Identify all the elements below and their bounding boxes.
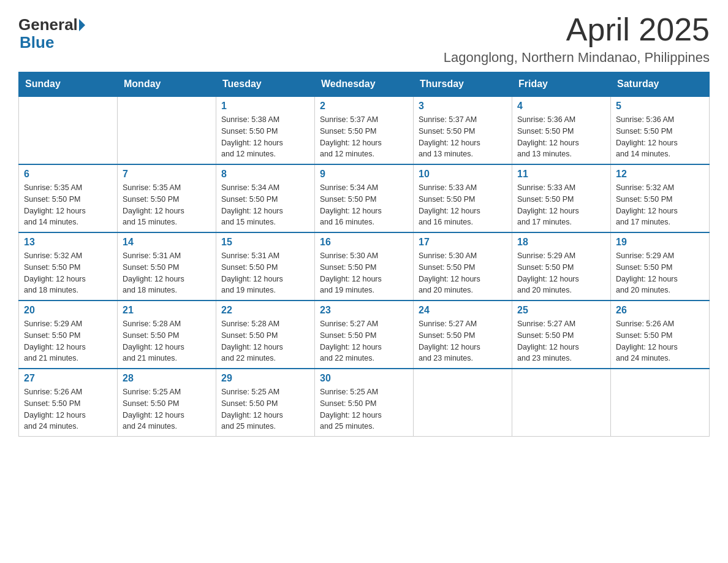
day-info: Sunrise: 5:33 AMSunset: 5:50 PMDaylight:… bbox=[419, 182, 507, 228]
week-row-1: 1Sunrise: 5:38 AMSunset: 5:50 PMDaylight… bbox=[19, 96, 710, 164]
calendar-cell: 7Sunrise: 5:35 AMSunset: 5:50 PMDaylight… bbox=[118, 164, 216, 232]
month-title: April 2025 bbox=[444, 12, 710, 47]
day-number: 11 bbox=[517, 169, 605, 180]
day-info: Sunrise: 5:29 AMSunset: 5:50 PMDaylight:… bbox=[616, 250, 704, 296]
calendar-cell: 24Sunrise: 5:27 AMSunset: 5:50 PMDayligh… bbox=[414, 301, 512, 369]
day-number: 19 bbox=[616, 237, 704, 248]
calendar-header-wednesday: Wednesday bbox=[315, 72, 414, 97]
day-info: Sunrise: 5:34 AMSunset: 5:50 PMDaylight:… bbox=[221, 182, 309, 228]
logo-blue-part bbox=[78, 19, 85, 31]
day-number: 26 bbox=[616, 305, 704, 316]
calendar-cell: 9Sunrise: 5:34 AMSunset: 5:50 PMDaylight… bbox=[315, 164, 414, 232]
day-number: 5 bbox=[616, 101, 704, 112]
day-info: Sunrise: 5:37 AMSunset: 5:50 PMDaylight:… bbox=[419, 114, 507, 160]
day-info: Sunrise: 5:35 AMSunset: 5:50 PMDaylight:… bbox=[24, 182, 112, 228]
calendar-header-tuesday: Tuesday bbox=[216, 72, 315, 97]
calendar-table: SundayMondayTuesdayWednesdayThursdayFrid… bbox=[18, 72, 710, 437]
calendar-cell: 13Sunrise: 5:32 AMSunset: 5:50 PMDayligh… bbox=[19, 232, 118, 301]
day-info: Sunrise: 5:36 AMSunset: 5:50 PMDaylight:… bbox=[616, 114, 704, 160]
location-title: Lagonglong, Northern Mindanao, Philippin… bbox=[444, 50, 710, 66]
calendar-cell: 18Sunrise: 5:29 AMSunset: 5:50 PMDayligh… bbox=[512, 232, 611, 301]
calendar-cell: 10Sunrise: 5:33 AMSunset: 5:50 PMDayligh… bbox=[414, 164, 512, 232]
logo-triangle-icon bbox=[79, 19, 85, 31]
day-number: 22 bbox=[221, 305, 309, 316]
day-info: Sunrise: 5:25 AMSunset: 5:50 PMDaylight:… bbox=[221, 386, 309, 432]
day-number: 30 bbox=[320, 373, 408, 384]
calendar-cell: 27Sunrise: 5:26 AMSunset: 5:50 PMDayligh… bbox=[19, 369, 118, 437]
day-number: 27 bbox=[24, 373, 112, 384]
calendar-cell bbox=[512, 369, 611, 437]
calendar-cell: 30Sunrise: 5:25 AMSunset: 5:50 PMDayligh… bbox=[315, 369, 414, 437]
calendar-header-monday: Monday bbox=[118, 72, 216, 97]
calendar-cell: 28Sunrise: 5:25 AMSunset: 5:50 PMDayligh… bbox=[118, 369, 216, 437]
day-info: Sunrise: 5:27 AMSunset: 5:50 PMDaylight:… bbox=[320, 318, 408, 364]
day-info: Sunrise: 5:26 AMSunset: 5:50 PMDaylight:… bbox=[616, 318, 704, 364]
calendar-cell: 11Sunrise: 5:33 AMSunset: 5:50 PMDayligh… bbox=[512, 164, 611, 232]
day-number: 1 bbox=[221, 101, 309, 112]
calendar-cell: 23Sunrise: 5:27 AMSunset: 5:50 PMDayligh… bbox=[315, 301, 414, 369]
day-info: Sunrise: 5:28 AMSunset: 5:50 PMDaylight:… bbox=[123, 318, 211, 364]
calendar-header-friday: Friday bbox=[512, 72, 611, 97]
header: General Blue April 2025 Lagonglong, Nort… bbox=[18, 12, 710, 66]
day-number: 28 bbox=[123, 373, 211, 384]
day-info: Sunrise: 5:33 AMSunset: 5:50 PMDaylight:… bbox=[517, 182, 605, 228]
day-info: Sunrise: 5:34 AMSunset: 5:50 PMDaylight:… bbox=[320, 182, 408, 228]
day-number: 2 bbox=[320, 101, 408, 112]
logo-area: General Blue bbox=[18, 12, 85, 52]
day-number: 3 bbox=[419, 101, 507, 112]
day-number: 7 bbox=[123, 169, 211, 180]
calendar-cell bbox=[414, 369, 512, 437]
day-info: Sunrise: 5:35 AMSunset: 5:50 PMDaylight:… bbox=[123, 182, 211, 228]
day-number: 20 bbox=[24, 305, 112, 316]
calendar-cell: 5Sunrise: 5:36 AMSunset: 5:50 PMDaylight… bbox=[611, 96, 710, 164]
day-number: 25 bbox=[517, 305, 605, 316]
day-number: 21 bbox=[123, 305, 211, 316]
day-number: 16 bbox=[320, 237, 408, 248]
calendar-cell: 8Sunrise: 5:34 AMSunset: 5:50 PMDaylight… bbox=[216, 164, 315, 232]
calendar-cell: 1Sunrise: 5:38 AMSunset: 5:50 PMDaylight… bbox=[216, 96, 315, 164]
day-number: 10 bbox=[419, 169, 507, 180]
calendar-header-saturday: Saturday bbox=[611, 72, 710, 97]
day-info: Sunrise: 5:38 AMSunset: 5:50 PMDaylight:… bbox=[221, 114, 309, 160]
calendar-cell: 12Sunrise: 5:32 AMSunset: 5:50 PMDayligh… bbox=[611, 164, 710, 232]
week-row-4: 20Sunrise: 5:29 AMSunset: 5:50 PMDayligh… bbox=[19, 301, 710, 369]
logo-blue-text: Blue bbox=[20, 33, 54, 52]
day-info: Sunrise: 5:36 AMSunset: 5:50 PMDaylight:… bbox=[517, 114, 605, 160]
calendar-cell: 17Sunrise: 5:30 AMSunset: 5:50 PMDayligh… bbox=[414, 232, 512, 301]
calendar-cell: 25Sunrise: 5:27 AMSunset: 5:50 PMDayligh… bbox=[512, 301, 611, 369]
calendar-cell: 16Sunrise: 5:30 AMSunset: 5:50 PMDayligh… bbox=[315, 232, 414, 301]
calendar-header-row: SundayMondayTuesdayWednesdayThursdayFrid… bbox=[19, 72, 710, 97]
calendar-cell: 19Sunrise: 5:29 AMSunset: 5:50 PMDayligh… bbox=[611, 232, 710, 301]
day-info: Sunrise: 5:30 AMSunset: 5:50 PMDaylight:… bbox=[419, 250, 507, 296]
week-row-2: 6Sunrise: 5:35 AMSunset: 5:50 PMDaylight… bbox=[19, 164, 710, 232]
calendar-cell bbox=[611, 369, 710, 437]
day-info: Sunrise: 5:26 AMSunset: 5:50 PMDaylight:… bbox=[24, 386, 112, 432]
day-number: 4 bbox=[517, 101, 605, 112]
day-info: Sunrise: 5:37 AMSunset: 5:50 PMDaylight:… bbox=[320, 114, 408, 160]
calendar-cell: 29Sunrise: 5:25 AMSunset: 5:50 PMDayligh… bbox=[216, 369, 315, 437]
week-row-5: 27Sunrise: 5:26 AMSunset: 5:50 PMDayligh… bbox=[19, 369, 710, 437]
day-number: 9 bbox=[320, 169, 408, 180]
day-number: 15 bbox=[221, 237, 309, 248]
calendar-cell: 22Sunrise: 5:28 AMSunset: 5:50 PMDayligh… bbox=[216, 301, 315, 369]
day-number: 8 bbox=[221, 169, 309, 180]
day-number: 17 bbox=[419, 237, 507, 248]
day-info: Sunrise: 5:25 AMSunset: 5:50 PMDaylight:… bbox=[320, 386, 408, 432]
day-info: Sunrise: 5:29 AMSunset: 5:50 PMDaylight:… bbox=[517, 250, 605, 296]
calendar-cell: 21Sunrise: 5:28 AMSunset: 5:50 PMDayligh… bbox=[118, 301, 216, 369]
logo-general-text: General bbox=[18, 15, 78, 34]
day-info: Sunrise: 5:27 AMSunset: 5:50 PMDaylight:… bbox=[517, 318, 605, 364]
calendar-cell: 2Sunrise: 5:37 AMSunset: 5:50 PMDaylight… bbox=[315, 96, 414, 164]
calendar-cell: 26Sunrise: 5:26 AMSunset: 5:50 PMDayligh… bbox=[611, 301, 710, 369]
day-number: 12 bbox=[616, 169, 704, 180]
day-info: Sunrise: 5:29 AMSunset: 5:50 PMDaylight:… bbox=[24, 318, 112, 364]
calendar-cell: 4Sunrise: 5:36 AMSunset: 5:50 PMDaylight… bbox=[512, 96, 611, 164]
day-number: 18 bbox=[517, 237, 605, 248]
day-number: 14 bbox=[123, 237, 211, 248]
calendar-cell: 20Sunrise: 5:29 AMSunset: 5:50 PMDayligh… bbox=[19, 301, 118, 369]
calendar-cell: 3Sunrise: 5:37 AMSunset: 5:50 PMDaylight… bbox=[414, 96, 512, 164]
day-info: Sunrise: 5:25 AMSunset: 5:50 PMDaylight:… bbox=[123, 386, 211, 432]
day-info: Sunrise: 5:31 AMSunset: 5:50 PMDaylight:… bbox=[221, 250, 309, 296]
logo: General bbox=[18, 15, 85, 34]
day-info: Sunrise: 5:32 AMSunset: 5:50 PMDaylight:… bbox=[616, 182, 704, 228]
